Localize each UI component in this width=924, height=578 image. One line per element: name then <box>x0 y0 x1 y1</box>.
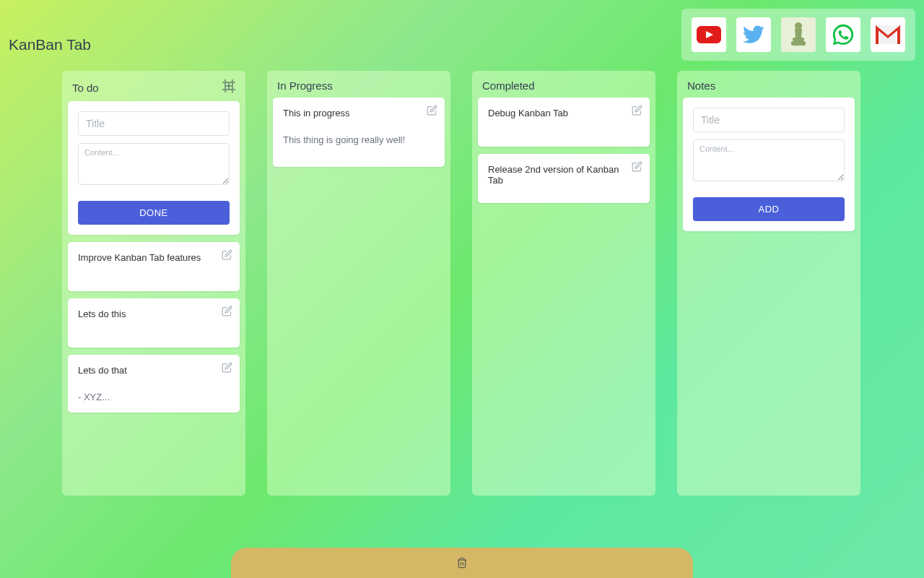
shortcuts-bar <box>681 9 915 61</box>
notes-add-form: ADD <box>683 98 855 231</box>
trash-icon <box>456 556 468 569</box>
card-body: This thing is going really well! <box>283 134 435 145</box>
notes-title-input[interactable] <box>693 108 845 132</box>
edit-icon[interactable] <box>632 105 642 118</box>
app-title: KanBan Tab <box>9 16 91 53</box>
card-body: - XYZ... <box>78 392 230 402</box>
todo-card[interactable]: Lets do that - XYZ... <box>68 355 240 413</box>
in-progress-card[interactable]: This in progress This thing is going rea… <box>273 98 445 167</box>
column-title-notes: Notes <box>687 79 715 92</box>
edit-icon[interactable] <box>222 249 232 263</box>
card-title: Lets do this <box>78 309 230 319</box>
chess-icon <box>789 22 808 48</box>
card-title: Lets do that <box>78 365 230 376</box>
column-todo: To do DONE Improve Kanban Tab features L… <box>62 71 245 496</box>
svg-rect-3 <box>793 38 804 41</box>
whatsapp-icon <box>831 22 855 47</box>
kanban-board: To do DONE Improve Kanban Tab features L… <box>0 61 924 496</box>
todo-done-button[interactable]: DONE <box>78 201 230 225</box>
completed-card[interactable]: Debug Kanban Tab <box>478 98 650 147</box>
column-title-in-progress: In Progress <box>277 79 333 92</box>
shortcut-whatsapp[interactable] <box>826 17 860 52</box>
notes-add-button[interactable]: ADD <box>693 197 845 221</box>
edit-icon[interactable] <box>222 362 232 376</box>
svg-rect-4 <box>791 41 806 46</box>
column-completed: Completed Debug Kanban Tab Release 2nd v… <box>472 71 655 496</box>
twitter-icon <box>742 23 765 46</box>
todo-add-form: DONE <box>68 101 240 235</box>
svg-rect-5 <box>876 25 900 44</box>
shortcut-youtube[interactable] <box>692 17 726 52</box>
column-title-completed: Completed <box>482 79 535 92</box>
todo-content-input[interactable] <box>78 143 230 185</box>
edit-icon[interactable] <box>427 105 437 118</box>
column-in-progress: In Progress This in progress This thing … <box>267 71 450 496</box>
column-title-todo: To do <box>72 82 99 94</box>
card-title: Release 2nd version of Kanban Tab <box>488 164 640 186</box>
todo-card[interactable]: Lets do this <box>68 298 240 348</box>
trash-drop-zone[interactable] <box>231 548 693 578</box>
notes-content-input[interactable] <box>693 139 845 181</box>
edit-icon[interactable] <box>222 306 232 319</box>
youtube-icon <box>697 26 721 43</box>
selection-icon[interactable] <box>222 79 235 95</box>
card-title: Debug Kanban Tab <box>488 108 640 118</box>
todo-card[interactable]: Improve Kanban Tab features <box>68 242 240 291</box>
card-title: Improve Kanban Tab features <box>78 252 230 263</box>
edit-icon[interactable] <box>632 161 642 175</box>
shortcut-gmail[interactable] <box>871 17 905 52</box>
shortcut-twitter[interactable] <box>736 17 771 52</box>
column-notes: Notes ADD <box>677 71 860 496</box>
gmail-icon <box>876 25 900 44</box>
card-title: This in progress <box>283 108 435 118</box>
svg-point-2 <box>795 22 802 30</box>
completed-card[interactable]: Release 2nd version of Kanban Tab <box>478 154 650 203</box>
todo-title-input[interactable] <box>78 111 230 136</box>
shortcut-chess[interactable] <box>781 17 816 52</box>
